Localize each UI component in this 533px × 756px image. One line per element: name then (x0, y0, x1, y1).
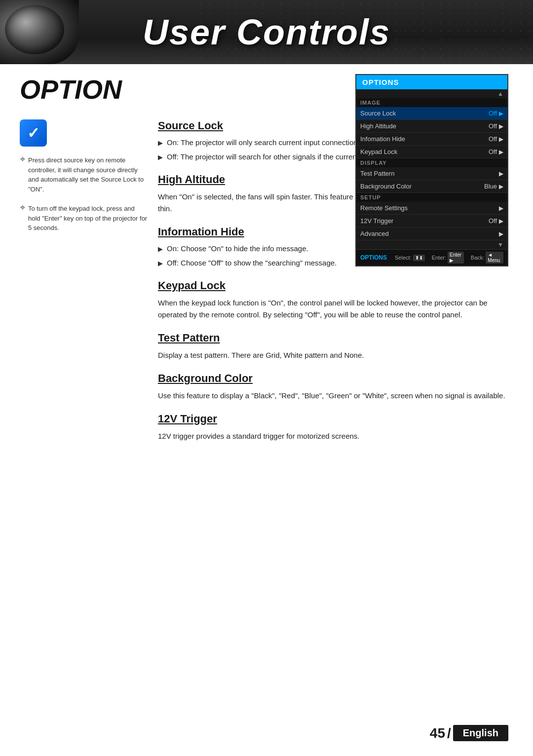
osd-nav-enter-label: Enter: (432, 255, 446, 261)
section-heading-bg-color: Background Color (158, 372, 513, 385)
osd-nav-back: Back: ◄ Menu (471, 252, 503, 264)
12v-trigger-text: 12V trigger provides a standard trigger … (158, 430, 513, 442)
osd-row-keypad-lock[interactable]: Keypad Lock Off ▶ (356, 146, 507, 158)
osd-value-keypad-lock: Off (489, 148, 497, 155)
section-heading-test-pattern: Test Pattern (158, 332, 513, 344)
page-title: User Controls (143, 12, 390, 52)
osd-label-bg-color: Background Color (360, 183, 484, 190)
osd-label-12v-trigger: 12V Trigger (360, 217, 489, 225)
note-bullet-dot-1: ❖ (20, 155, 26, 163)
osd-value-info-hide: Off (489, 135, 497, 143)
osd-arrow-advanced: ▶ (499, 230, 503, 237)
osd-nav-bar: Options Select: ⬆⬇ Enter: Enter ▶ Back: … (356, 249, 507, 265)
osd-label-info-hide: Infomation Hide (360, 135, 489, 143)
bullet-arrow-4: ▶ (158, 259, 163, 268)
osd-nav-select-label: Select: (395, 255, 412, 261)
section-heading-keypad-lock: Keypad Lock (158, 279, 513, 292)
osd-nav-options-label: Options (360, 254, 387, 261)
lens-decoration (0, 0, 79, 64)
osd-row-advanced[interactable]: Advanced ▶ (356, 227, 507, 240)
left-column: ❖ Press direct source key on remote cont… (20, 119, 148, 446)
osd-nav-select: Select: ⬆⬇ (395, 255, 425, 261)
test-pattern-text: Display a test pattern. There are Grid, … (158, 349, 513, 361)
bullet-arrow-2: ▶ (158, 152, 163, 162)
option-label: OPTION (20, 74, 148, 105)
osd-arrow-remote-settings: ▶ (499, 205, 503, 212)
osd-row-12v-trigger[interactable]: 12V Trigger Off ▶ (356, 215, 507, 227)
info-hide-text-1: On: Choose "On" to hide the info message… (167, 243, 308, 255)
osd-value-12v-trigger: Off (489, 217, 497, 225)
osd-label-advanced: Advanced (360, 230, 499, 237)
osd-scroll-down: ▼ (356, 240, 507, 249)
note-text-2: ❖ To turn off the keypad lock, press and… (20, 204, 148, 233)
note-content-1: Press direct source key on remote contro… (28, 155, 148, 194)
osd-label-source-lock: Source Lock (360, 110, 489, 117)
note-content-2: To turn off the keypad lock, press and h… (28, 204, 148, 233)
note-icon (20, 119, 47, 147)
osd-arrow-bg-color: ▶ (499, 183, 503, 190)
osd-arrow-info-hide: ▶ (499, 136, 503, 143)
footer-divider: / (447, 725, 451, 741)
note-text-1: ❖ Press direct source key on remote cont… (20, 155, 148, 194)
osd-row-test-pattern[interactable]: Test Pattern ▶ (356, 167, 507, 180)
note-bullet-dot-2: ❖ (20, 204, 26, 211)
osd-arrow-test-pattern: ▶ (499, 170, 503, 177)
osd-row-info-hide[interactable]: Infomation Hide Off ▶ (356, 133, 507, 146)
note-box: ❖ Press direct source key on remote cont… (20, 119, 148, 233)
osd-title: Options (356, 75, 507, 89)
osd-row-remote-settings[interactable]: Remote Settings ▶ (356, 202, 507, 215)
osd-label-keypad-lock: Keypad Lock (360, 148, 489, 155)
bg-color-text: Use this feature to display a "Black", "… (158, 390, 513, 402)
top-section: OPTION Options ▲ IMAGE Source Lock Off ▶… (0, 64, 533, 105)
footer: 45 / English (430, 725, 508, 741)
osd-menu: Options ▲ IMAGE Source Lock Off ▶ High A… (355, 74, 508, 266)
osd-menu-container: Options ▲ IMAGE Source Lock Off ▶ High A… (355, 74, 508, 266)
osd-arrow-source-lock: ▶ (499, 110, 503, 117)
osd-label-high-altitude: High Altitude (360, 122, 489, 130)
osd-scroll-up: ▲ (356, 89, 507, 98)
osd-value-high-altitude: Off (489, 122, 497, 130)
osd-arrow-keypad-lock: ▶ (499, 149, 503, 155)
osd-nav-enter-key: Enter ▶ (448, 252, 464, 264)
osd-nav-back-label: Back: (471, 255, 485, 261)
osd-nav-back-key: ◄ Menu (486, 252, 503, 264)
osd-arrow-high-altitude: ▶ (499, 123, 503, 130)
osd-row-bg-color[interactable]: Background Color Blue ▶ (356, 180, 507, 193)
section-heading-12v-trigger: 12V Trigger (158, 413, 513, 425)
osd-label-remote-settings: Remote Settings (360, 204, 499, 212)
page-header: User Controls (0, 0, 533, 64)
osd-section-setup: SETUP (356, 193, 507, 202)
osd-value-source-lock: Off (489, 110, 497, 117)
language-label: English (453, 725, 508, 741)
bullet-arrow-1: ▶ (158, 138, 163, 148)
osd-nav-enter: Enter: Enter ▶ (432, 252, 464, 264)
keypad-lock-text: When the keypad lock function is "On", t… (158, 297, 513, 321)
osd-nav-select-key: ⬆⬇ (413, 255, 425, 261)
info-hide-text-2: Off: Choose "Off" to show the "searching… (167, 258, 337, 269)
osd-section-image: IMAGE (356, 98, 507, 107)
osd-row-high-altitude[interactable]: High Altitude Off ▶ (356, 120, 507, 133)
bullet-arrow-3: ▶ (158, 244, 163, 254)
source-lock-text-1: On: The projector will only search curre… (167, 137, 360, 149)
page-number: 45 (430, 725, 445, 741)
osd-label-test-pattern: Test Pattern (360, 170, 499, 177)
osd-value-bg-color: Blue (484, 183, 497, 190)
osd-row-source-lock[interactable]: Source Lock Off ▶ (356, 107, 507, 120)
osd-section-display: DISPLAY (356, 158, 507, 167)
osd-arrow-12v-trigger: ▶ (499, 218, 503, 225)
